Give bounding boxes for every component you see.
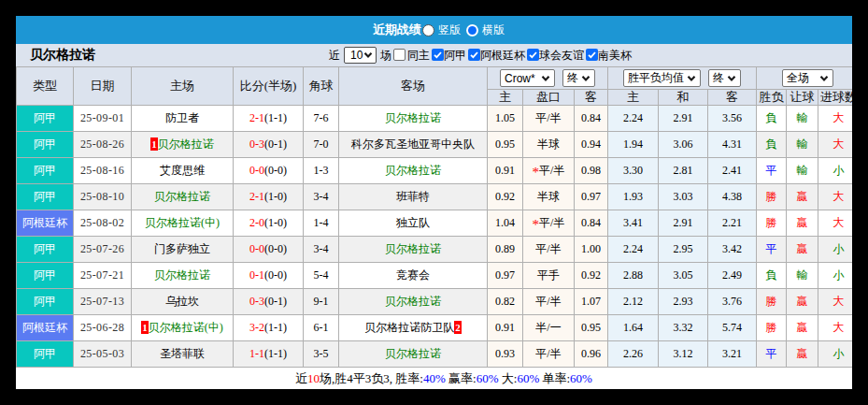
mean-home: 2.26 — [608, 341, 659, 368]
odds-line: 半球 — [523, 132, 575, 158]
filter-bar: 贝尔格拉诺 近 10 场 同主阿甲阿根廷杯球会友谊南美杯 — [16, 44, 852, 66]
goals-result-cell: 大 — [818, 132, 852, 158]
filter-checkbox-label[interactable]: 阿甲 — [444, 49, 466, 62]
team-name: 贝尔格拉诺 — [385, 111, 441, 124]
mean-type-select-value: 胜平负均值 — [628, 70, 684, 86]
handicap-result-cell: 輸 — [787, 106, 818, 132]
result-cell: 勝 — [757, 289, 787, 315]
match-row: 阿甲25-09-01防卫者2-1(1-1)7-6贝尔格拉诺1.05平/半0.84… — [17, 106, 853, 132]
league-type-cell: 阿甲 — [17, 263, 74, 289]
mean-draw: 2.81 — [659, 158, 708, 184]
match-row: 阿甲25-05-03圣塔菲联1-1(1-1)3-5贝尔格拉诺0.93平/半0.9… — [17, 341, 853, 368]
score-cell: 0-3(0-1) — [234, 132, 304, 158]
team-name: 贝尔格拉诺 — [158, 137, 214, 151]
mean-draw: 2.91 — [659, 106, 708, 132]
col-header-type: 类型 — [17, 67, 74, 106]
filter-checkbox-label[interactable]: 南美杯 — [598, 49, 632, 62]
handicap-result-cell: 輸 — [787, 158, 818, 184]
score-cell: 3-2(1-1) — [234, 315, 304, 341]
team-name: 门多萨独立 — [154, 242, 210, 255]
league-type-cell: 阿甲 — [17, 237, 74, 263]
odds-line: *平/半 — [523, 210, 575, 237]
filter-checkbox-checked[interactable] — [586, 49, 598, 61]
halftime-score: (1-1) — [264, 321, 287, 334]
footer-segment: 60% — [570, 371, 592, 386]
odds-home: 0.93 — [488, 341, 523, 368]
col-header-home: 主场 — [132, 67, 234, 106]
odds-line: 半/一 — [523, 315, 575, 341]
match-date: 25-07-21 — [74, 263, 132, 289]
home-team-cell: 防卫者 — [132, 106, 234, 132]
mean-away: 2.49 — [708, 263, 757, 289]
mean-type-select[interactable]: 胜平负均值 — [623, 69, 701, 87]
goals-result-cell: 小 — [818, 237, 852, 263]
mean-away: 5.74 — [708, 315, 757, 341]
col-header-score: 比分(半场) — [234, 67, 304, 106]
radio-horizontal[interactable] — [466, 24, 478, 36]
mean-away: 3.42 — [708, 237, 757, 263]
odds-away: 0.96 — [575, 341, 608, 368]
mean-home: 2.24 — [608, 237, 659, 263]
odds-away: 0.97 — [575, 184, 608, 210]
mean-home: 2.12 — [608, 289, 659, 315]
filter-checkbox-unchecked[interactable] — [393, 49, 406, 61]
odds-away: 1.00 — [575, 237, 608, 263]
away-team-cell: 贝尔格拉诺 — [339, 289, 488, 315]
fulltime-score: 0-0 — [249, 164, 264, 177]
mean-draw: 3.32 — [659, 315, 708, 341]
fulltime-score: 1-1 — [249, 347, 264, 360]
odds-line: 平/半 — [523, 289, 575, 315]
filter-checkbox-checked[interactable] — [468, 49, 480, 61]
score-cell: 0-0(0-0) — [234, 237, 304, 263]
mean-time-select[interactable]: 终 — [708, 69, 741, 87]
mean-time-select-value: 终 — [713, 70, 724, 86]
radio-vertical[interactable] — [422, 24, 434, 36]
mean-draw: 3.06 — [659, 132, 708, 158]
mean-away: 2.21 — [708, 210, 757, 237]
odds-group-header: Crow* 终 — [488, 67, 608, 90]
handicap-result-cell: 贏 — [787, 341, 818, 368]
mean-away: 3.76 — [708, 289, 757, 315]
period-select[interactable]: 全场 — [782, 69, 833, 87]
filter-checkbox-label[interactable]: 球会友谊 — [539, 49, 584, 62]
odds-home: 0.97 — [488, 263, 523, 289]
team-name: 贝尔格拉诺 — [385, 295, 441, 308]
subcol-mean-away: 客 — [708, 90, 757, 106]
odds-away: 0.84 — [575, 106, 608, 132]
odds-away: 0.92 — [575, 263, 608, 289]
goals-result-cell: 大 — [818, 210, 852, 237]
mean-home: 3.30 — [608, 158, 659, 184]
radio-vertical-label[interactable]: 竖版 — [438, 22, 461, 38]
match-count-select[interactable]: 10 — [344, 47, 377, 64]
mean-draw: 2.95 — [659, 237, 708, 263]
corner-cell: 5-4 — [304, 263, 339, 289]
goals-result-cell: 大 — [818, 315, 852, 341]
corner-cell: 7-0 — [304, 132, 339, 158]
chevron-down-icon — [819, 76, 829, 81]
filter-checkbox-checked[interactable] — [527, 49, 539, 61]
away-team-cell: 贝尔格拉诺 — [339, 237, 488, 263]
odds-away: 0.94 — [575, 132, 608, 158]
filter-checkbox-checked[interactable] — [432, 49, 444, 61]
match-date: 25-08-16 — [74, 158, 132, 184]
halftime-score: (0-0) — [264, 268, 287, 282]
filter-checkbox-label[interactable]: 阿根廷杯 — [480, 49, 525, 62]
fulltime-score: 3-2 — [249, 321, 264, 334]
odds-line: 平/半 — [523, 237, 575, 263]
result-group-header: 全场 — [757, 67, 852, 90]
odds-company-select[interactable]: Crow* — [500, 69, 555, 87]
score-cell: 0-3(0-1) — [234, 289, 304, 315]
team-name: 科尔多瓦圣地亚哥中央队 — [351, 137, 475, 151]
home-team-cell: 门多萨独立 — [132, 237, 234, 263]
team-name: 贝尔格拉诺(中) — [145, 216, 220, 229]
rank-badge: 2 — [454, 321, 462, 334]
radio-horizontal-label[interactable]: 横版 — [482, 22, 505, 38]
odds-time-select[interactable]: 终 — [562, 69, 595, 87]
result-cell: 負 — [757, 132, 787, 158]
odds-away: 0.95 — [575, 315, 608, 341]
goals-result-cell: 大 — [818, 289, 852, 315]
filter-checkbox-label[interactable]: 同主 — [407, 49, 430, 62]
team-name: 竞赛会 — [396, 268, 430, 282]
away-team-cell: 贝尔格拉诺 — [339, 158, 488, 184]
team-name: 艾度思维 — [160, 164, 205, 177]
